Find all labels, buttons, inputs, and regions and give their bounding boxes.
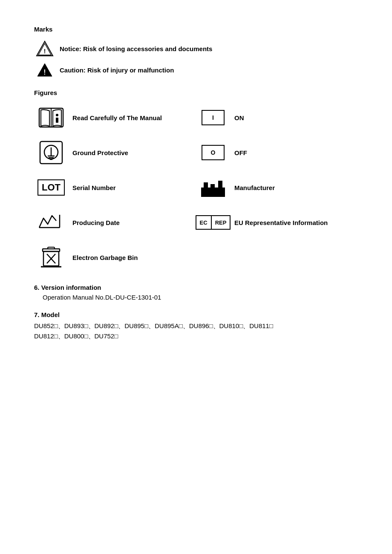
- svg-rect-25: [210, 184, 215, 188]
- ground-label: Ground Protective: [72, 149, 128, 156]
- figures-title: Figures: [34, 89, 358, 96]
- marks-section: Marks ! Notice: Risk of losing accessori…: [34, 26, 358, 77]
- model-title: 7. Model: [34, 311, 358, 318]
- svg-rect-26: [218, 181, 222, 188]
- caution-row: ! Caution: Risk of injury or malfunction: [34, 63, 358, 77]
- ec-rep-icon: EC REP: [196, 215, 230, 230]
- producing-label: Producing Date: [72, 219, 120, 226]
- svg-rect-23: [201, 188, 225, 197]
- version-title: 6. Version information: [34, 284, 358, 291]
- figure-row-manufacturer: Manufacturer: [196, 175, 358, 200]
- figures-grid: Read Carefully of The Manual: [34, 105, 358, 280]
- figures-section: Figures: [34, 89, 358, 280]
- manufacturer-label: Manufacturer: [234, 184, 275, 191]
- eu-rep-label: EU Representative Information: [234, 219, 328, 226]
- notice-icon: !: [34, 40, 55, 57]
- garbage-label: Electron Garbage Bin: [72, 254, 138, 261]
- serial-label: Serial Number: [72, 184, 116, 191]
- lot-text: LOT: [37, 179, 65, 196]
- caution-text: Caution: Risk of injury or malfunction: [60, 66, 174, 74]
- figure-row-on: I ON: [196, 105, 358, 130]
- figure-row-ground: Ground Protective: [34, 140, 196, 165]
- svg-point-7: [56, 114, 58, 116]
- svg-text:!: !: [44, 48, 46, 55]
- ec-text: EC: [196, 216, 212, 229]
- marks-title: Marks: [34, 26, 358, 33]
- caution-triangle-icon: !: [37, 63, 53, 77]
- notice-text: Notice: Risk of losing accessories and d…: [60, 45, 212, 52]
- version-section: 6. Version information Operation Manual …: [34, 284, 358, 301]
- svg-rect-8: [56, 118, 58, 123]
- model-line2: DU812□、DU800□、DU752□: [34, 331, 358, 341]
- figure-row-manual: Read Carefully of The Manual: [34, 105, 196, 130]
- figure-row-serial: LOT Serial Number: [34, 175, 196, 200]
- ground-symbol-icon: [34, 140, 68, 165]
- model-text: DU852□、DU893□、DU892□、DU895□、DU895A□、DU89…: [34, 321, 358, 341]
- rep-text: REP: [212, 216, 230, 229]
- caution-icon: !: [34, 63, 55, 77]
- off-label: OFF: [234, 149, 247, 156]
- svg-rect-19: [48, 247, 55, 249]
- svg-text:!: !: [43, 69, 46, 76]
- on-box: I: [202, 110, 225, 125]
- figure-row-producing: Producing Date: [34, 210, 196, 235]
- garbage-bin-icon: [34, 245, 68, 270]
- on-label: ON: [234, 114, 244, 121]
- factory-icon: [196, 176, 230, 199]
- figure-row-eu-rep: EC REP EU Representative Information: [196, 210, 358, 235]
- model-section: 7. Model DU852□、DU893□、DU892□、DU895□、DU8…: [34, 311, 358, 341]
- off-box: O: [202, 145, 225, 160]
- notice-triangle-icon: !: [36, 40, 54, 57]
- notice-row: ! Notice: Risk of losing accessories and…: [34, 40, 358, 57]
- figure-row-off: O OFF: [196, 140, 358, 165]
- lot-box-icon: LOT: [34, 179, 68, 196]
- figures-right-col: I ON O OFF: [196, 105, 358, 280]
- manual-book-icon: [34, 106, 68, 130]
- version-text: Operation Manual No.DL-DU-CE-1301-01: [43, 294, 358, 301]
- off-switch-icon: O: [196, 145, 230, 160]
- manual-label: Read Carefully of The Manual: [72, 114, 162, 121]
- figure-row-garbage: Electron Garbage Bin: [34, 245, 196, 270]
- figures-left-col: Read Carefully of The Manual: [34, 105, 196, 280]
- model-line1: DU852□、DU893□、DU892□、DU895□、DU895A□、DU89…: [34, 321, 358, 331]
- wave-icon: [34, 212, 68, 233]
- ec-rep-box: EC REP: [196, 215, 231, 230]
- on-switch-icon: I: [196, 110, 230, 125]
- svg-rect-24: [204, 182, 208, 188]
